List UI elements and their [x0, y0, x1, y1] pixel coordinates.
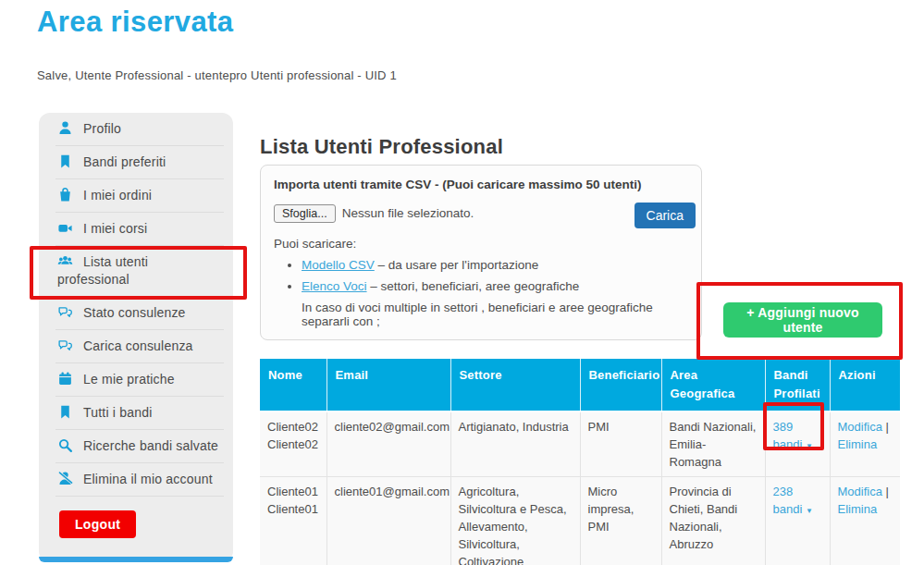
bandi-count: 389 [773, 418, 823, 436]
table-row: Cliente01 Cliente01 cliente01@gmail.com … [260, 477, 900, 565]
col-header-settore: Settore [450, 359, 580, 411]
sidebar-item-label: Tutti i bandi [83, 405, 152, 420]
shopping-bag-icon [57, 187, 73, 203]
cell-beneficiario: PMI [580, 411, 661, 477]
elenco-voci-link[interactable]: Elenco Voci [302, 279, 367, 293]
sidebar-item-label: Ricerche bandi salvate [83, 438, 218, 453]
cell-settore: Agricoltura, Silvicoltura e Pesca, Allev… [450, 477, 580, 565]
csv-import-panel: Importa utenti tramite CSV - (Puoi caric… [260, 165, 702, 340]
col-header-beneficiario: Beneficiario [580, 359, 661, 411]
section-heading: Lista Utenti Professional [260, 135, 503, 159]
cell-area-geografica: Bandi Nazionali, Emilia-Romagna [661, 411, 765, 477]
bandi-unit: bandi [773, 502, 803, 516]
upload-csv-button[interactable]: Carica [634, 203, 696, 228]
sidebar-item-ordini[interactable]: I miei ordini [39, 179, 233, 212]
file-input-row: Sfoglia...Nessun file selezionato. [274, 204, 688, 223]
video-camera-icon [57, 220, 73, 236]
modifica-link[interactable]: Modifica [838, 485, 882, 498]
cell-bandi-profilati: 389bandi ▼ [765, 411, 830, 477]
modifica-link[interactable]: Modifica [838, 420, 882, 434]
user-greeting: Salve, Utente Professional - utentepro U… [37, 68, 397, 82]
bandi-unit: bandi [773, 437, 803, 451]
cell-azioni: Modifica | Elimina [830, 411, 900, 477]
col-header-email: Email [326, 359, 450, 411]
area-riservata-page: Area riservata Salve, Utente Professiona… [0, 0, 924, 565]
calendar-icon [57, 371, 73, 387]
sidebar-item-tutti-bandi[interactable]: Tutti i bandi [39, 397, 233, 429]
sidebar: Profilo Bandi preferiti I miei ordini I … [39, 113, 233, 562]
sidebar-item-bandi-preferiti[interactable]: Bandi preferiti [39, 146, 233, 178]
cell-nome: Cliente02 Cliente02 [260, 411, 326, 477]
bookmark-icon [57, 404, 73, 420]
logout-button[interactable]: Logout [59, 510, 136, 538]
sidebar-item-label: Carica consulenza [83, 338, 193, 353]
sidebar-item-profilo[interactable]: Profilo [39, 113, 233, 145]
download-intro-text: Puoi scaricare: [274, 237, 688, 251]
sidebar-item-label: I miei corsi [83, 221, 147, 236]
download-links-list: Modello CSV – da usare per l'importazion… [274, 258, 688, 293]
col-header-azioni: Azioni [830, 359, 900, 411]
multiple-values-note: In caso di voci multiple in settori , be… [302, 301, 688, 328]
sidebar-item-label: Profilo [83, 121, 121, 136]
action-separator: | [886, 485, 889, 498]
sidebar-item-carica-consulenza[interactable]: Carica consulenza [39, 330, 233, 362]
cell-nome: Cliente01 Cliente01 [260, 477, 326, 565]
cell-email: cliente02@gmail.com [326, 411, 450, 477]
sidebar-item-label: Le mie pratiche [83, 372, 175, 387]
dropdown-arrow-icon: ▼ [806, 442, 813, 450]
list-item: Modello CSV – da usare per l'importazion… [302, 258, 688, 272]
browse-file-button[interactable]: Sfoglia... [274, 204, 336, 223]
sidebar-item-label: Bandi preferiti [83, 154, 166, 169]
sidebar-item-lista-utenti-professional[interactable]: Lista utenti professional [39, 246, 233, 296]
dropdown-arrow-icon: ▼ [806, 507, 813, 515]
no-file-selected-text: Nessun file selezionato. [342, 206, 474, 220]
cell-area-geografica: Provincia di Chieti, Bandi Nazionali, Ab… [661, 477, 765, 565]
bandi-profilati-link[interactable]: 238bandi ▼ [773, 483, 823, 516]
user-icon [57, 120, 73, 136]
cell-settore: Artigianato, Industria [450, 411, 580, 477]
user-slash-icon [57, 471, 73, 486]
table-header-row: Nome Email Settore Beneficiario Area Geo… [260, 359, 900, 411]
bullet-text: – settori, beneficiari, aree geografiche [367, 279, 580, 293]
chat-bubbles-icon [57, 338, 73, 353]
page-title: Area riservata [37, 6, 233, 39]
users-table: Nome Email Settore Beneficiario Area Geo… [260, 359, 900, 565]
cell-bandi-profilati: 238bandi ▼ [765, 477, 830, 565]
csv-import-title: Importa utenti tramite CSV - (Puoi caric… [274, 178, 688, 191]
sidebar-item-label: Stato consulenze [83, 305, 186, 320]
bookmark-icon [57, 154, 73, 169]
sidebar-item-stato-consulenze[interactable]: Stato consulenze [39, 297, 233, 329]
sidebar-item-ricerche-salvate[interactable]: Ricerche bandi salvate [39, 430, 233, 462]
users-group-icon [57, 253, 73, 269]
sidebar-item-label: I miei ordini [83, 188, 152, 203]
bandi-count: 238 [773, 483, 823, 500]
cell-beneficiario: Micro impresa, PMI [580, 477, 661, 565]
chat-bubbles-icon [57, 304, 73, 320]
col-header-area-geografica: Area Geografica [661, 359, 765, 411]
elimina-link[interactable]: Elimina [838, 437, 878, 451]
list-item: Elenco Voci – settori, beneficiari, aree… [302, 279, 688, 293]
col-header-bandi-profilati: Bandi Profilati [765, 359, 830, 411]
cell-email: cliente01@gmail.com [326, 477, 450, 565]
col-header-nome: Nome [260, 359, 326, 411]
csv-template-link[interactable]: Modello CSV [302, 258, 375, 272]
sidebar-item-corsi[interactable]: I miei corsi [39, 213, 233, 245]
sidebar-item-pratiche[interactable]: Le mie pratiche [39, 363, 233, 396]
table-row: Cliente02 Cliente02 cliente02@gmail.com … [260, 411, 900, 477]
bandi-profilati-link[interactable]: 389bandi ▼ [773, 418, 823, 451]
cell-azioni: Modifica | Elimina [830, 477, 900, 565]
sidebar-item-label: Elimina il mio account [83, 472, 213, 486]
action-separator: | [886, 420, 889, 434]
sidebar-bottom-accent-bar [39, 557, 233, 562]
sidebar-item-elimina-account[interactable]: Elimina il mio account [39, 463, 233, 496]
elimina-link[interactable]: Elimina [838, 502, 878, 516]
bullet-text: – da usare per l'importazione [375, 258, 538, 272]
add-user-button[interactable]: + Aggiungi nuovo utente [723, 302, 882, 338]
search-icon [57, 437, 73, 453]
sidebar-divider [55, 496, 224, 497]
